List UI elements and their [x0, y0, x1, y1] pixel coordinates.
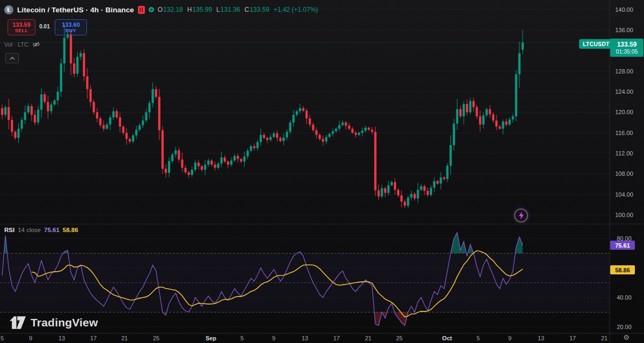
- watermark-text: TradingView: [31, 316, 98, 329]
- candle-body: [371, 130, 373, 132]
- candle-body: [283, 137, 285, 141]
- candle-body: [407, 198, 409, 206]
- candle-body: [391, 182, 393, 185]
- price-tick-label: 104.00: [615, 191, 633, 198]
- candle-body: [40, 94, 42, 110]
- time-tick-label[interactable]: Sep: [206, 335, 216, 341]
- candle-body: [54, 100, 56, 105]
- candle-body: [155, 89, 157, 96]
- chart-canvas[interactable]: 140.00136.00128.00124.00120.00116.00112.…: [0, 0, 644, 343]
- candle-body: [456, 109, 458, 124]
- candle-body: [463, 104, 465, 116]
- candle-body: [83, 53, 85, 76]
- rsi-legend: RSI 14 close 75.61 58.86: [4, 227, 78, 233]
- time-tick-label[interactable]: 21: [365, 335, 371, 341]
- symbol-title[interactable]: Litecoin / TetherUS · 4h · Binance: [17, 6, 134, 14]
- lightning-icon: [518, 212, 524, 219]
- pane-collapse-button[interactable]: [5, 53, 19, 63]
- candle-body: [86, 76, 89, 89]
- candle-body: [237, 156, 239, 159]
- candle-body: [57, 92, 59, 100]
- candle-body: [246, 151, 248, 156]
- candle-body: [135, 130, 137, 136]
- candle-body: [63, 38, 65, 64]
- candle-body: [482, 115, 485, 124]
- candle-body: [178, 150, 180, 159]
- candle-body: [309, 118, 311, 124]
- time-tick-label[interactable]: 9: [29, 335, 32, 341]
- candle-body: [103, 125, 105, 129]
- candle-body: [217, 163, 219, 168]
- candle-body: [145, 112, 147, 120]
- time-tick-label[interactable]: 9: [272, 335, 275, 341]
- time-tick-label[interactable]: 13: [538, 335, 544, 341]
- candle-body: [11, 120, 13, 132]
- candle-body: [240, 159, 242, 162]
- time-tick-label[interactable]: 5: [477, 335, 480, 341]
- candle-body: [17, 129, 19, 138]
- rsi-ma-value: 58.86: [63, 227, 78, 233]
- tradingview-logo-icon: [10, 316, 26, 330]
- candle-body: [466, 104, 468, 112]
- candle-body: [207, 161, 209, 165]
- time-tick-label[interactable]: 25: [396, 335, 402, 341]
- candle-body: [233, 156, 236, 161]
- candle-body: [260, 135, 262, 142]
- candle-body: [230, 161, 232, 165]
- price-tick-label: 100.00: [615, 212, 633, 218]
- rsi-tick-label: 40.00: [617, 294, 632, 301]
- candle-body: [76, 57, 78, 74]
- time-tick-label[interactable]: 21: [601, 335, 608, 341]
- time-tick-label[interactable]: 13: [302, 335, 308, 341]
- time-tick-label[interactable]: Oct: [442, 335, 452, 341]
- volume-label: Vol · LTC: [4, 41, 28, 48]
- candle-body: [397, 190, 399, 196]
- candle-body: [253, 146, 255, 148]
- candle-body: [364, 128, 367, 131]
- candle-body: [93, 102, 95, 112]
- lightning-marker[interactable]: [514, 208, 528, 222]
- candle-body: [400, 196, 402, 202]
- candle-body: [505, 122, 507, 125]
- time-tick-label[interactable]: 5: [240, 335, 244, 341]
- candle-body: [132, 136, 134, 141]
- candle-body: [322, 139, 324, 141]
- rsi-name: RSI: [4, 227, 14, 233]
- candle-body: [404, 202, 406, 206]
- time-tick-label[interactable]: 21: [121, 335, 128, 341]
- candle-body: [296, 111, 298, 115]
- candle-body: [508, 120, 510, 125]
- candle-body: [345, 123, 347, 126]
- candle-body: [319, 135, 321, 139]
- time-tick-label[interactable]: 5: [1, 335, 4, 341]
- candle-body: [423, 186, 426, 191]
- axis-settings-gear-icon[interactable]: ⚙: [621, 333, 631, 342]
- candle-body: [328, 134, 331, 137]
- candle-body: [387, 185, 390, 193]
- candle-body: [518, 53, 521, 74]
- candle-body: [489, 109, 491, 115]
- price-tick-label: 120.00: [615, 109, 633, 115]
- candle-body: [126, 133, 128, 139]
- candle-body: [194, 162, 196, 169]
- candle-body: [181, 160, 183, 168]
- candle-body: [286, 132, 288, 138]
- time-tick-label[interactable]: 17: [569, 335, 576, 341]
- candle-body: [214, 165, 216, 168]
- time-tick-label[interactable]: 17: [333, 335, 340, 341]
- candle-body: [499, 126, 501, 129]
- time-tick-label[interactable]: 9: [508, 335, 511, 341]
- candle-body: [70, 34, 72, 64]
- buy-button[interactable]: 133.60 BUY: [55, 19, 87, 35]
- time-tick-label[interactable]: 13: [58, 335, 65, 341]
- time-tick-label[interactable]: 25: [153, 335, 159, 341]
- candle-body: [24, 112, 26, 120]
- eye-hidden-icon[interactable]: [32, 41, 40, 48]
- candle-body: [188, 173, 190, 175]
- time-tick-label[interactable]: 17: [90, 335, 97, 341]
- tradingview-watermark[interactable]: TradingView: [10, 316, 98, 330]
- candle-body: [152, 89, 154, 103]
- sell-button[interactable]: 133.59 SELL: [8, 19, 35, 35]
- live-status-icon: [149, 7, 154, 12]
- candles-chip-icon: [138, 6, 145, 14]
